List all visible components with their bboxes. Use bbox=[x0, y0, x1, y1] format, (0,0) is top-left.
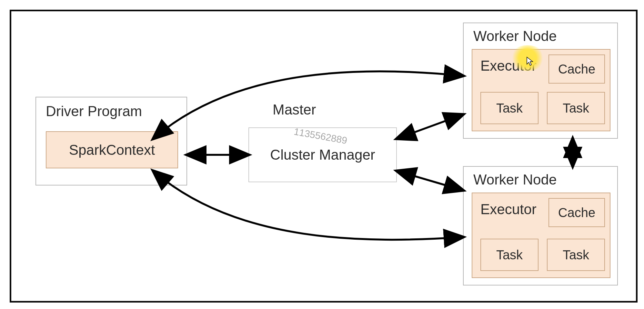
arrow-clustermanager-worker2 bbox=[397, 171, 463, 190]
driver-program-box: Driver Program SparkContext bbox=[35, 97, 187, 185]
executor-2-box: Executor Cache Task Task bbox=[472, 193, 610, 278]
sparkcontext-box: SparkContext bbox=[46, 131, 178, 168]
arrow-clustermanager-worker1 bbox=[397, 115, 463, 139]
master-title: Master bbox=[273, 102, 316, 118]
worker-node-2-title: Worker Node bbox=[473, 172, 557, 188]
executor-2-label: Executor bbox=[480, 201, 537, 217]
cache-2-box: Cache bbox=[548, 198, 605, 227]
worker-node-1-title: Worker Node bbox=[473, 28, 557, 44]
diagram-canvas: Driver Program SparkContext Master Clust… bbox=[0, 0, 644, 309]
executor-1-label: Executor bbox=[480, 58, 537, 74]
worker-node-2-box: Worker Node Executor Cache Task Task bbox=[463, 166, 618, 285]
driver-program-title: Driver Program bbox=[46, 103, 142, 119]
task-2b-box: Task bbox=[547, 239, 605, 271]
task-1a-box: Task bbox=[480, 92, 538, 124]
task-2a-box: Task bbox=[480, 239, 538, 271]
diagram-frame: Driver Program SparkContext Master Clust… bbox=[10, 10, 638, 303]
cache-1-box: Cache bbox=[548, 55, 605, 84]
worker-node-1-box: Worker Node Executor Cache Task Task bbox=[463, 23, 618, 139]
executor-1-box: Executor Cache Task Task bbox=[472, 49, 610, 131]
task-1b-box: Task bbox=[547, 92, 605, 124]
